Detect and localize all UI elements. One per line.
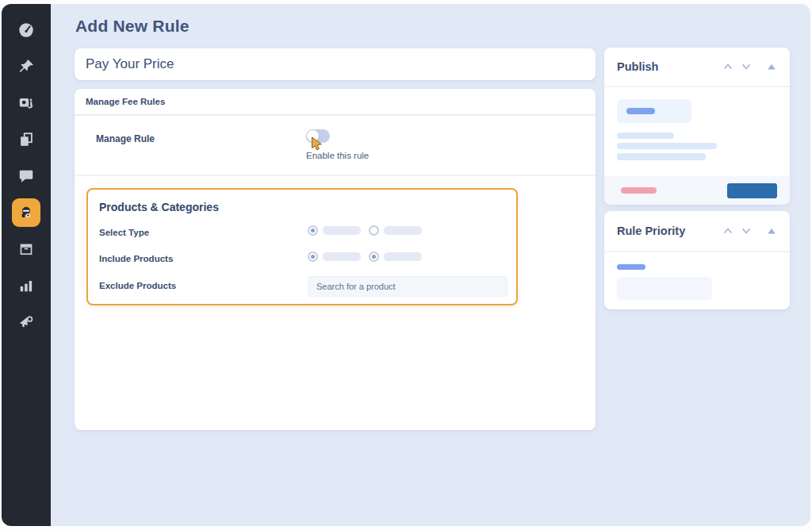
archive-box-icon: [17, 240, 35, 258]
manage-rule-label: Manage Rule: [96, 133, 155, 144]
megaphone-icon: [17, 313, 35, 331]
exclude-products-label: Exclude Products: [99, 281, 176, 290]
publish-panel-header: Publish: [604, 48, 790, 87]
chevron-down-icon: [741, 225, 752, 236]
rule-title-field[interactable]: Pay Your Price: [75, 48, 596, 80]
panel-move-up-button[interactable]: [722, 225, 733, 236]
status-link-skeleton: [626, 108, 655, 114]
robot-plugin-icon: [17, 204, 35, 221]
products-categories-section: Products & Categories Select Type Includ…: [86, 188, 518, 305]
active-item-highlight: [12, 198, 40, 227]
manage-rule-row: Manage Rule Enable this rule: [75, 116, 596, 176]
chevron-up-icon: [722, 225, 733, 236]
triangle-up-icon: [766, 225, 777, 236]
priority-input-skeleton[interactable]: [617, 277, 712, 300]
radio-label-skeleton: [323, 252, 361, 261]
admin-sidebar: [2, 4, 51, 526]
enable-rule-toggle[interactable]: [306, 129, 330, 143]
pages-icon: [17, 131, 35, 148]
pin-icon: [17, 58, 35, 75]
panel-move-down-button[interactable]: [741, 225, 752, 236]
sidebar-item-marketing[interactable]: [2, 304, 51, 340]
include-products-label: Include Products: [99, 254, 173, 263]
include-products-radio-2[interactable]: [369, 252, 379, 262]
publish-panel-body: [604, 87, 790, 160]
meta-skeleton-bar: [617, 143, 717, 149]
meta-skeleton-bar: [617, 132, 674, 139]
enable-rule-caption: Enable this rule: [306, 151, 369, 160]
sidebar-item-comments[interactable]: [2, 158, 51, 194]
panel-collapse-button[interactable]: [766, 61, 777, 72]
media-icon: [17, 94, 35, 112]
triangle-up-icon: [766, 61, 777, 72]
panel-collapse-button[interactable]: [766, 225, 777, 236]
chevron-down-icon: [741, 61, 752, 72]
rule-priority-title: Rule Priority: [617, 225, 722, 237]
radio-label-skeleton: [384, 226, 422, 235]
publish-panel: Publish: [604, 48, 790, 205]
include-products-radio-group: [308, 252, 422, 262]
rule-priority-panel: Rule Priority: [604, 211, 790, 309]
priority-label-skeleton: [617, 264, 645, 270]
sidebar-item-media[interactable]: [2, 85, 51, 121]
radio-label-skeleton: [323, 226, 361, 235]
rule-form-card: Manage Fee Rules Manage Rule Enable this…: [75, 89, 596, 430]
chevron-up-icon: [722, 61, 733, 72]
trash-link-skeleton: [621, 187, 657, 194]
sidebar-item-pages[interactable]: [2, 121, 51, 158]
form-section-header: Manage Fee Rules: [75, 89, 596, 116]
publish-panel-footer: [604, 176, 790, 205]
sidebar-item-analytics[interactable]: [2, 267, 51, 304]
include-products-radio-1[interactable]: [308, 252, 318, 262]
rule-title-text: Pay Your Price: [75, 56, 174, 72]
select-type-radio-1[interactable]: [308, 225, 318, 236]
save-button[interactable]: [727, 183, 777, 198]
sidebar-item-posts[interactable]: [2, 48, 51, 85]
page-title: Add New Rule: [75, 17, 190, 36]
bar-chart-icon: [17, 277, 35, 294]
product-search-input[interactable]: [308, 276, 508, 297]
publish-panel-title: Publish: [617, 60, 722, 73]
panel-move-up-button[interactable]: [722, 61, 733, 72]
products-categories-heading: Products & Categories: [99, 201, 219, 213]
dashboard-gauge-icon: [17, 21, 35, 39]
app-frame: Add New Rule Pay Your Price Manage Fee R…: [2, 4, 810, 526]
select-type-label: Select Type: [99, 228, 149, 237]
status-skeleton-card: [617, 99, 691, 123]
sidebar-item-archive[interactable]: [2, 231, 51, 267]
toggle-knob: [307, 130, 319, 142]
meta-skeleton-bar: [617, 153, 706, 160]
sidebar-item-fee-rules-plugin[interactable]: [2, 194, 51, 231]
rule-priority-body: [604, 252, 790, 300]
select-type-radio-group: [308, 225, 422, 236]
rule-priority-header: Rule Priority: [604, 211, 790, 252]
select-type-radio-2[interactable]: [369, 225, 379, 236]
form-section-title: Manage Fee Rules: [86, 97, 165, 106]
comment-bubble-icon: [17, 167, 35, 185]
radio-label-skeleton: [384, 252, 422, 261]
sidebar-item-dashboard[interactable]: [2, 12, 51, 48]
panel-move-down-button[interactable]: [741, 61, 752, 72]
